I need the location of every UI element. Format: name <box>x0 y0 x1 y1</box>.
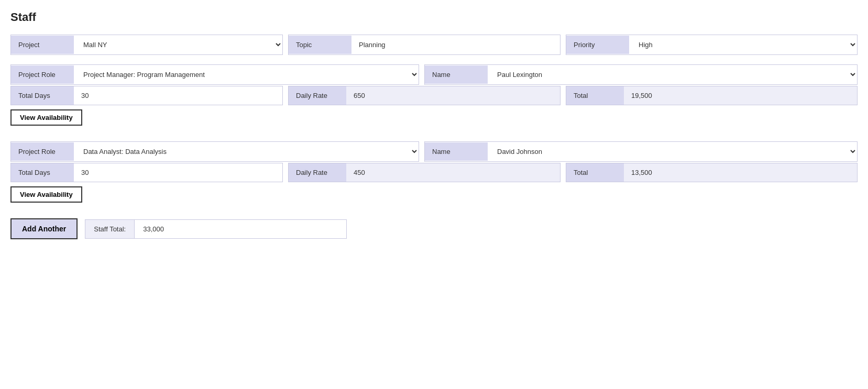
staff-1-daily-rate-label: Daily Rate <box>289 86 346 105</box>
staff-1-total-days-field: Total Days <box>10 86 283 105</box>
project-select[interactable]: Mall NY <box>74 35 282 54</box>
staff-entry-1: Project Role Project Manager: Program Ma… <box>10 64 858 131</box>
staff-2-total-days-label: Total Days <box>11 163 74 182</box>
staff-1-role-field: Project Role Project Manager: Program Ma… <box>10 64 419 85</box>
staff-1-name-label: Name <box>425 65 488 84</box>
staff-1-role-name-row: Project Role Project Manager: Program Ma… <box>10 64 858 85</box>
topic-field: Topic Planning <box>288 35 561 55</box>
priority-field: Priority High <box>566 35 858 55</box>
staff-total-label: Staff Total: <box>85 220 135 238</box>
footer-row: Add Another Staff Total: 33,000 <box>10 218 858 239</box>
staff-1-total-value: 19,500 <box>624 86 857 105</box>
staff-1-role-label: Project Role <box>11 65 74 84</box>
staff-1-name-field: Name Paul Lexington <box>424 64 858 85</box>
staff-2-daily-rate-value: 450 <box>346 163 560 182</box>
staff-2-total-field: Total 13,500 <box>566 163 858 182</box>
project-field: Project Mall NY <box>10 35 283 55</box>
staff-2-name-select[interactable]: David Johnson <box>488 142 857 161</box>
priority-select[interactable]: High <box>629 35 857 54</box>
staff-1-total-days-input[interactable] <box>74 86 282 105</box>
staff-1-metrics-row: Total Days Daily Rate 650 Total 19,500 <box>10 86 858 105</box>
topic-label: Topic <box>289 36 351 54</box>
page-title: Staff <box>10 10 858 24</box>
topic-value: Planning <box>351 36 560 54</box>
staff-1-total-field: Total 19,500 <box>566 86 858 105</box>
add-another-button[interactable]: Add Another <box>10 218 78 239</box>
staff-total-value: 33,000 <box>135 220 346 238</box>
staff-2-role-field: Project Role Data Analyst: Data Analysis <box>10 141 419 162</box>
header-row: Project Mall NY Topic Planning Priority … <box>10 35 858 55</box>
staff-1-daily-rate-value: 650 <box>346 86 560 105</box>
staff-2-total-days-field: Total Days <box>10 163 283 182</box>
staff-1-total-label: Total <box>566 86 624 105</box>
staff-1-total-days-label: Total Days <box>11 86 74 105</box>
priority-label: Priority <box>566 36 629 54</box>
staff-1-name-select[interactable]: Paul Lexington <box>488 65 857 84</box>
staff-2-metrics-row: Total Days Daily Rate 450 Total 13,500 <box>10 163 858 182</box>
staff-1-view-availability-button[interactable]: View Availability <box>10 109 82 126</box>
staff-total-box: Staff Total: 33,000 <box>85 219 347 239</box>
staff-2-name-field: Name David Johnson <box>424 141 858 162</box>
staff-2-view-availability-button[interactable]: View Availability <box>10 186 82 203</box>
staff-2-role-label: Project Role <box>11 142 74 161</box>
staff-2-name-label: Name <box>425 142 488 161</box>
staff-2-daily-rate-label: Daily Rate <box>289 163 346 182</box>
staff-2-role-select[interactable]: Data Analyst: Data Analysis <box>74 142 419 161</box>
staff-2-daily-rate-field: Daily Rate 450 <box>288 163 561 182</box>
staff-entry-2: Project Role Data Analyst: Data Analysis… <box>10 141 858 208</box>
project-label: Project <box>11 36 74 54</box>
staff-2-role-name-row: Project Role Data Analyst: Data Analysis… <box>10 141 858 162</box>
staff-2-total-days-input[interactable] <box>74 163 282 182</box>
staff-2-total-value: 13,500 <box>624 163 857 182</box>
staff-2-total-label: Total <box>566 163 624 182</box>
staff-1-daily-rate-field: Daily Rate 650 <box>288 86 561 105</box>
staff-1-role-select[interactable]: Project Manager: Program Management <box>74 65 419 84</box>
